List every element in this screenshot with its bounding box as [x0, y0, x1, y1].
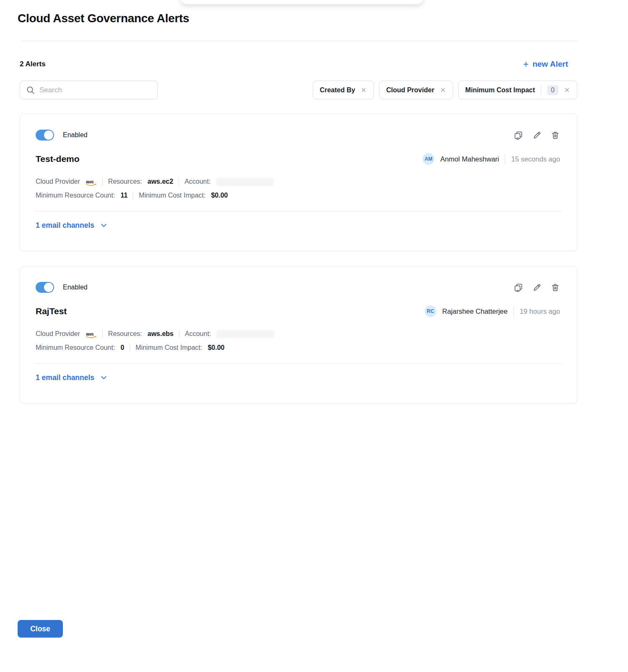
min-cost-impact-value: $0.00	[208, 344, 224, 352]
enabled-toggle[interactable]	[36, 130, 54, 141]
resources-value: aws.ebs	[148, 330, 174, 338]
alert-name: Test-demo	[36, 154, 80, 164]
remove-filter-icon[interactable]	[440, 87, 446, 93]
delete-button[interactable]	[550, 283, 560, 292]
new-alert-button[interactable]: + new Alert	[523, 60, 568, 69]
alert-card: Enabled	[20, 266, 577, 404]
resources-value: aws.ec2	[148, 178, 173, 185]
cloud-provider-label: Cloud Provider	[36, 330, 80, 338]
email-channels-label: 1 email channels	[36, 373, 94, 382]
account-label: Account:	[185, 330, 211, 338]
min-resource-count-label: Minimum Resource Count:	[36, 344, 115, 352]
toggle-knob	[44, 283, 53, 292]
cloud-provider-label: Cloud Provider	[36, 178, 80, 185]
filter-chip-label: Created By	[320, 86, 355, 94]
duplicate-icon	[514, 130, 523, 140]
aws-icon: aws	[86, 179, 97, 186]
alerts-count: 2 Alerts	[20, 60, 46, 68]
filter-chip-min-cost-impact[interactable]: Minimum Cost Impact 0	[458, 81, 577, 99]
trash-icon	[550, 130, 560, 140]
author-name: Anmol Maheshwari	[440, 155, 499, 163]
min-cost-impact-label: Minimum Cost Impact:	[135, 344, 202, 352]
filter-chips: Created By Cloud Provider Minimum Cost I…	[313, 81, 577, 99]
enabled-label: Enabled	[63, 284, 88, 291]
edit-button[interactable]	[532, 130, 542, 140]
plus-icon: +	[523, 60, 529, 69]
aws-icon: aws	[86, 331, 97, 339]
filter-chip-label: Cloud Provider	[386, 86, 434, 94]
resources-label: Resources:	[108, 330, 142, 338]
close-button[interactable]: Close	[18, 620, 63, 638]
edit-icon	[532, 130, 542, 140]
new-alert-label: new Alert	[532, 60, 568, 69]
filter-chip-created-by[interactable]: Created By	[313, 81, 374, 99]
min-resource-count-value: 11	[120, 192, 127, 199]
min-resource-count-label: Minimum Resource Count:	[36, 192, 115, 199]
avatar: AM	[423, 153, 434, 165]
remove-filter-icon[interactable]	[564, 87, 570, 93]
account-value-redacted	[216, 178, 274, 186]
enabled-label: Enabled	[63, 131, 88, 139]
duplicate-icon	[514, 283, 523, 292]
duplicate-button[interactable]	[514, 130, 523, 140]
min-cost-impact-value: $0.00	[211, 192, 228, 199]
detail-divider	[179, 330, 179, 338]
filter-chip-cloud-provider[interactable]: Cloud Provider	[379, 81, 453, 99]
alerts-panel: 2 Alerts + new Alert Created By	[20, 58, 577, 404]
page-title: Cloud Asset Governance Alerts	[18, 12, 189, 25]
alert-card: Enabled	[20, 114, 577, 251]
svg-text:aws: aws	[86, 331, 94, 336]
detail-divider	[179, 177, 179, 186]
trash-icon	[550, 283, 560, 292]
account-value-redacted	[216, 330, 274, 338]
detail-divider	[102, 330, 103, 338]
svg-text:aws: aws	[86, 179, 94, 184]
card-divider	[34, 363, 563, 364]
detail-divider	[130, 344, 130, 352]
avatar: RC	[425, 305, 436, 317]
overlay-edge-artifact	[180, 0, 423, 4]
meta-divider	[505, 154, 505, 164]
alert-name: RajTest	[36, 306, 67, 316]
min-resource-count-value: 0	[120, 344, 124, 352]
chevron-down-icon	[100, 221, 108, 229]
chevron-down-icon	[100, 374, 108, 382]
resources-label: Resources:	[108, 178, 142, 185]
card-divider	[34, 211, 563, 211]
toggle-knob	[44, 130, 53, 140]
search-input[interactable]	[39, 86, 151, 94]
title-divider	[21, 41, 577, 41]
meta-divider	[514, 306, 514, 316]
edit-icon	[532, 283, 542, 292]
remove-filter-icon[interactable]	[361, 87, 367, 93]
email-channels-label: 1 email channels	[36, 221, 94, 230]
enabled-toggle[interactable]	[36, 282, 54, 293]
edit-button[interactable]	[532, 283, 542, 292]
search-icon	[26, 86, 35, 95]
updated-timestamp: 15 seconds ago	[511, 155, 560, 163]
search-box[interactable]	[20, 81, 158, 99]
delete-button[interactable]	[550, 130, 560, 140]
email-channels-toggle[interactable]: 1 email channels	[36, 373, 108, 382]
filter-chip-label: Minimum Cost Impact	[465, 86, 535, 94]
author-name: Rajarshee Chatterjee	[442, 307, 508, 315]
filter-value-badge: 0	[547, 85, 558, 95]
detail-divider	[102, 177, 103, 186]
chip-divider	[541, 86, 541, 95]
email-channels-toggle[interactable]: 1 email channels	[36, 221, 108, 230]
detail-divider	[133, 191, 133, 200]
min-cost-impact-label: Minimum Cost Impact:	[139, 192, 205, 199]
account-label: Account:	[184, 178, 210, 185]
updated-timestamp: 19 hours ago	[520, 307, 560, 315]
duplicate-button[interactable]	[514, 283, 523, 292]
